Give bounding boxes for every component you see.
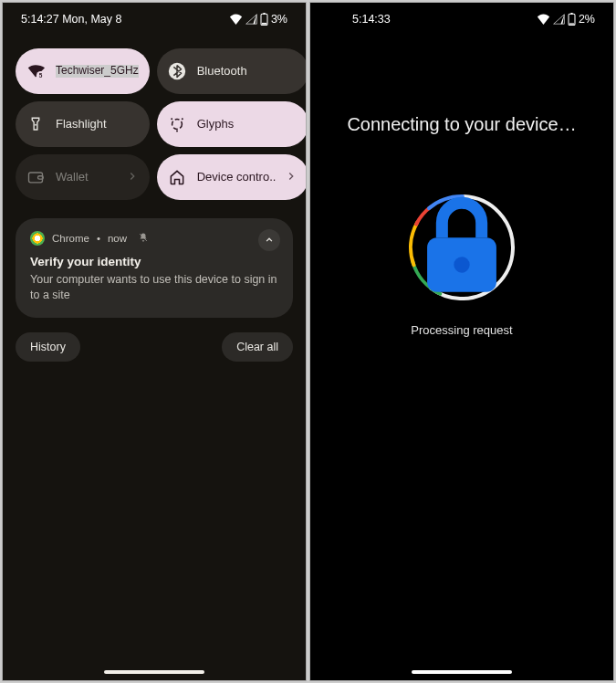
chrome-icon — [30, 231, 45, 246]
chevron-right-icon — [285, 170, 298, 185]
collapse-button[interactable] — [258, 229, 280, 251]
phone-left: 5:14:27 Mon, May 8 3% 5 Techwi — [2, 2, 307, 681]
wallet-icon — [25, 166, 47, 188]
home-icon — [166, 166, 188, 188]
svg-point-10 — [176, 131, 178, 132]
notification-card[interactable]: Chrome • now Verify your identity Your c… — [16, 218, 293, 318]
bluetooth-icon — [166, 60, 188, 82]
notif-actions: History Clear all — [3, 327, 306, 362]
nav-handle[interactable] — [412, 670, 512, 674]
history-button[interactable]: History — [16, 332, 80, 362]
wifi-icon — [229, 14, 243, 25]
status-time: 5:14:33 — [352, 13, 391, 26]
lock-icon — [402, 188, 521, 307]
wifi-icon — [537, 14, 550, 25]
connecting-title: Connecting to your device… — [310, 114, 613, 135]
svg-point-22 — [454, 257, 469, 272]
progress-spinner — [402, 188, 521, 307]
clear-all-button[interactable]: Clear all — [222, 332, 293, 362]
svg-point-9 — [182, 118, 183, 120]
statusbar-right: 5:14:33 2% — [310, 3, 613, 36]
bluetooth-tile[interactable]: Bluetooth — [157, 48, 307, 94]
notif-app: Chrome — [52, 233, 89, 244]
flashlight-label: Flashlight — [56, 118, 139, 131]
svg-rect-14 — [570, 13, 573, 15]
svg-rect-2 — [262, 23, 266, 25]
nav-handle[interactable] — [104, 670, 204, 674]
glyphs-label: Glyphs — [197, 118, 298, 131]
statusbar-left: 5:14:27 Mon, May 8 3% — [3, 3, 306, 36]
status-battery-pct: 3% — [271, 13, 287, 26]
svg-point-7 — [172, 120, 182, 130]
quick-tiles: 5 Techwiser_5GHz Bluetooth Flashlight — [3, 36, 306, 213]
chevron-right-icon — [126, 170, 139, 185]
svg-rect-11 — [29, 173, 43, 183]
notif-body: Your computer wants to use this device t… — [30, 272, 278, 303]
status-time-date: 5:14:27 Mon, May 8 — [21, 13, 121, 26]
battery-icon — [568, 13, 576, 26]
notif-title: Verify your identity — [30, 255, 278, 268]
flashlight-tile[interactable]: Flashlight — [16, 101, 150, 147]
glyphs-icon — [166, 113, 188, 135]
signal-icon — [553, 14, 565, 25]
phone-right: 5:14:33 2% Connecting to your device… — [309, 2, 614, 681]
device-controls-tile[interactable]: Device contro.. — [157, 154, 307, 200]
wallet-label: Wallet — [56, 171, 117, 184]
svg-rect-1 — [263, 13, 266, 15]
flashlight-icon — [25, 113, 47, 135]
status-battery-pct: 2% — [579, 13, 595, 26]
signal-icon — [245, 14, 257, 25]
svg-rect-15 — [569, 23, 574, 24]
svg-text:5: 5 — [39, 72, 43, 79]
device-controls-label: Device contro.. — [197, 171, 277, 184]
svg-point-8 — [171, 118, 172, 120]
wifi-tile[interactable]: 5 Techwiser_5GHz — [16, 48, 150, 94]
bluetooth-label: Bluetooth — [197, 65, 298, 79]
battery-icon — [260, 13, 268, 26]
notif-time: now — [108, 233, 127, 244]
processing-text: Processing request — [411, 323, 512, 337]
glyphs-tile[interactable]: Glyphs — [157, 101, 307, 147]
bell-icon — [138, 232, 149, 245]
wallet-tile[interactable]: Wallet — [16, 154, 150, 200]
wifi-label: Techwiser_5GHz — [56, 65, 139, 78]
wifi-icon: 5 — [25, 60, 47, 82]
svg-point-6 — [35, 124, 37, 126]
